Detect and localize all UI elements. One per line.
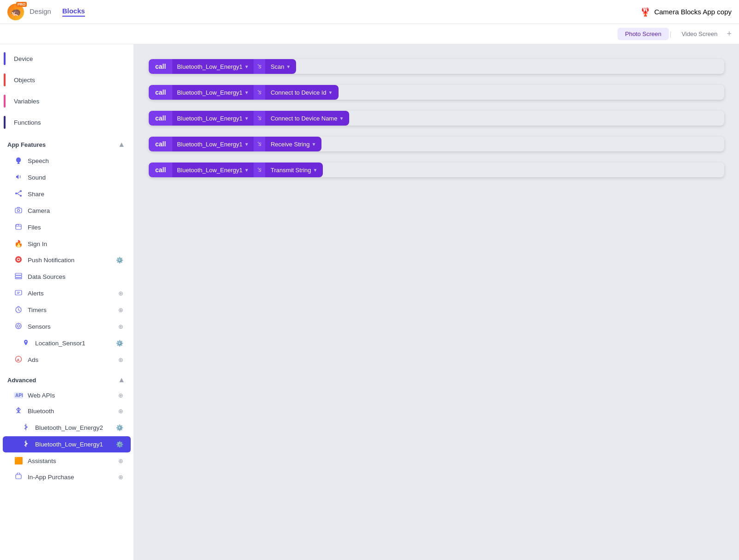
- method-dropdown-receive-string[interactable]: ▼: [311, 142, 316, 147]
- ble2-settings-icon[interactable]: ⚙️: [116, 424, 123, 431]
- web-apis-add-icon[interactable]: ⊕: [118, 392, 123, 399]
- block-method-transmit-string[interactable]: Transmit String ▼: [265, 163, 323, 177]
- sidebar-item-timers[interactable]: Timers ⊕: [3, 302, 131, 318]
- tab-design[interactable]: Design: [30, 7, 51, 16]
- app-logo: 🦔 PRO: [7, 4, 24, 20]
- method-dropdown-connect-id[interactable]: ▼: [328, 90, 333, 95]
- data-sources-label: Data Sources: [28, 273, 66, 280]
- screen-tab-photo[interactable]: Photo Screen: [618, 28, 669, 40]
- sidebar-item-bluetooth[interactable]: Bluetooth ⊕: [3, 403, 131, 419]
- camera-label: Camera: [28, 207, 50, 214]
- screen-tab-video[interactable]: Video Screen: [674, 28, 725, 40]
- sidebar-item-web-apis[interactable]: API Web APIs ⊕: [3, 388, 131, 403]
- sidebar-item-sound[interactable]: Sound: [3, 169, 131, 186]
- sidebar-item-share[interactable]: Share: [3, 186, 131, 202]
- signin-label: Sign In: [28, 241, 47, 247]
- sidebar-item-ble2[interactable]: Bluetooth_Low_Energy2 ⚙️: [3, 420, 131, 436]
- block-possessive-connect-id: 's: [254, 85, 265, 100]
- method-dropdown-transmit-string[interactable]: ▼: [313, 168, 318, 173]
- variables-accent: [4, 95, 6, 108]
- method-label-transmit-string: Transmit String: [271, 167, 311, 174]
- speech-icon: [14, 157, 23, 165]
- app-title: Camera Blocks App copy: [654, 8, 732, 16]
- component-dropdown-connect-name[interactable]: ▼: [244, 116, 249, 121]
- screen-tab-add[interactable]: +: [727, 29, 732, 39]
- functions-accent: [4, 116, 6, 129]
- alerts-add-icon[interactable]: ⊕: [118, 290, 123, 297]
- sidebar: Device Objects Variables Functions App F…: [0, 44, 134, 560]
- method-label-scan: Scan: [271, 63, 285, 70]
- app-emoji: 🦞: [640, 7, 650, 17]
- sidebar-item-location-sensor1[interactable]: Location_Sensor1 ⚙️: [3, 335, 131, 351]
- sidebar-item-signin[interactable]: 🔥 Sign In: [3, 236, 131, 252]
- block-method-connect-name[interactable]: Connect to Device Name ▼: [265, 111, 349, 126]
- sidebar-item-sensors[interactable]: Sensors ⊕: [3, 319, 131, 335]
- advanced-collapse[interactable]: ▲: [117, 375, 126, 385]
- tab-blocks[interactable]: Blocks: [62, 7, 85, 17]
- sidebar-item-camera[interactable]: Camera: [3, 203, 131, 219]
- block-component-receive-string[interactable]: Bluetooth_Low_Energy1 ▼: [172, 137, 254, 151]
- files-label: Files: [28, 224, 41, 231]
- files-icon: [14, 223, 23, 232]
- sensors-add-icon[interactable]: ⊕: [118, 323, 123, 330]
- sidebar-item-objects[interactable]: Objects: [0, 69, 133, 90]
- block-method-receive-string[interactable]: Receive String ▼: [265, 137, 321, 151]
- block-component-connect-id[interactable]: Bluetooth_Low_Energy1 ▼: [172, 85, 254, 100]
- svg-rect-2: [17, 163, 20, 164]
- ble1-settings-icon[interactable]: ⚙️: [116, 441, 123, 448]
- block-row-connect-name: call Bluetooth_Low_Energy1 ▼ 's Connect …: [149, 111, 724, 126]
- block-scan[interactable]: call Bluetooth_Low_Energy1 ▼ 's Scan ▼: [149, 59, 724, 74]
- svg-line-6: [17, 192, 20, 193]
- block-method-connect-id[interactable]: Connect to Device Id ▼: [265, 85, 339, 100]
- method-label-receive-string: Receive String: [271, 141, 310, 148]
- sidebar-item-alerts[interactable]: Alerts ⊕: [3, 285, 131, 301]
- sidebar-item-in-app-purchase[interactable]: In-App Purchase ⊕: [3, 469, 131, 485]
- sidebar-item-push-notification[interactable]: Push Notification ⚙️: [3, 252, 131, 268]
- sidebar-item-variables[interactable]: Variables: [0, 90, 133, 112]
- in-app-purchase-label: In-App Purchase: [28, 474, 74, 481]
- sidebar-item-data-sources[interactable]: Data Sources: [3, 269, 131, 285]
- block-call-receive-string: call: [149, 137, 172, 151]
- block-connect-id[interactable]: call Bluetooth_Low_Energy1 ▼ 's Connect …: [149, 85, 724, 100]
- block-component-transmit-string[interactable]: Bluetooth_Low_Energy1 ▼: [172, 163, 254, 177]
- method-label-connect-name: Connect to Device Name: [271, 115, 338, 122]
- location-sensor1-settings-icon[interactable]: ⚙️: [116, 340, 123, 347]
- alerts-icon: [14, 289, 23, 298]
- block-call-connect-name: call: [149, 111, 172, 126]
- sidebar-item-files[interactable]: Files: [3, 219, 131, 235]
- component-dropdown-transmit-string[interactable]: ▼: [244, 168, 249, 173]
- component-dropdown-receive-string[interactable]: ▼: [244, 142, 249, 147]
- block-component-scan[interactable]: Bluetooth_Low_Energy1 ▼: [172, 59, 254, 74]
- sidebar-item-functions[interactable]: Functions: [0, 112, 133, 133]
- sidebar-item-ble1[interactable]: Bluetooth_Low_Energy1 ⚙️: [3, 436, 131, 452]
- bluetooth-add-icon[interactable]: ⊕: [118, 408, 123, 415]
- block-possessive-receive-string: 's: [254, 137, 265, 151]
- method-dropdown-connect-name[interactable]: ▼: [339, 116, 344, 121]
- method-dropdown-scan[interactable]: ▼: [286, 64, 291, 69]
- block-transmit-string[interactable]: call Bluetooth_Low_Energy1 ▼ 's Transmit…: [149, 163, 724, 177]
- sidebar-item-assistants[interactable]: 🟧 Assistants ⊕: [3, 453, 131, 469]
- block-possessive-transmit-string: 's: [254, 163, 265, 177]
- component-dropdown-scan[interactable]: ▼: [244, 64, 249, 69]
- sidebar-item-ads[interactable]: A Ads ⊕: [3, 352, 131, 368]
- block-call-scan: call: [149, 59, 172, 74]
- block-connect-name[interactable]: call Bluetooth_Low_Energy1 ▼ 's Connect …: [149, 111, 724, 126]
- svg-rect-1: [18, 163, 19, 163]
- sidebar-item-speech[interactable]: Speech: [3, 153, 131, 169]
- in-app-purchase-add-icon[interactable]: ⊕: [118, 474, 123, 481]
- app-features-collapse[interactable]: ▲: [117, 139, 126, 150]
- svg-rect-0: [16, 157, 21, 163]
- ads-icon: A: [14, 355, 23, 364]
- block-method-scan[interactable]: Scan ▼: [265, 59, 297, 74]
- ads-add-icon[interactable]: ⊕: [118, 356, 123, 363]
- share-label: Share: [28, 191, 44, 198]
- assistants-add-icon[interactable]: ⊕: [118, 458, 123, 464]
- timers-add-icon[interactable]: ⊕: [118, 307, 123, 313]
- component-dropdown-connect-id[interactable]: ▼: [244, 90, 249, 95]
- bluetooth-label: Bluetooth: [28, 408, 54, 415]
- block-row-scan: call Bluetooth_Low_Energy1 ▼ 's Scan ▼: [149, 59, 724, 74]
- push-notification-settings-icon[interactable]: ⚙️: [116, 257, 123, 264]
- block-receive-string[interactable]: call Bluetooth_Low_Energy1 ▼ 's Receive …: [149, 137, 724, 151]
- block-component-connect-name[interactable]: Bluetooth_Low_Energy1 ▼: [172, 111, 254, 126]
- sidebar-item-device[interactable]: Device: [0, 48, 133, 69]
